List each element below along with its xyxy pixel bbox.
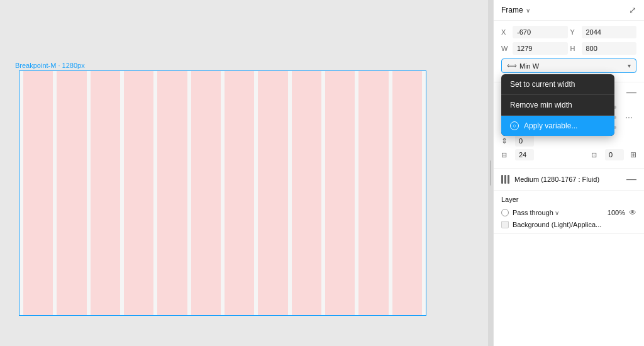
set-current-width-item[interactable]: Set to current width (501, 74, 614, 94)
grid-col-7 (225, 71, 254, 315)
gap-value[interactable]: 24 (515, 149, 534, 160)
min-w-container: ⟺ Min W ▾ Set to current width Remove mi… (501, 59, 636, 73)
grid-col-6 (191, 71, 221, 315)
grid-col-3 (91, 71, 120, 315)
grid-col-11 (358, 71, 388, 315)
layer-opacity[interactable]: 100% (605, 209, 625, 216)
visibility-icon[interactable]: 👁 (629, 208, 636, 217)
background-row: Background (Light)/Applica... (501, 221, 636, 228)
spacing-h-icon: ⇕ (501, 137, 511, 145)
grid-col-4 (124, 71, 153, 315)
grid-col-8 (258, 71, 287, 315)
grid-col-10 (325, 71, 355, 315)
right-panel: Frame ∨ ⤢ X -670 Y 2044 W 1279 H 800 ⟺ M… (493, 0, 644, 346)
padding-icon: ⊡ (591, 151, 601, 159)
frame-container (19, 70, 426, 316)
w-value[interactable]: 1279 (513, 42, 568, 55)
x-label: X (501, 28, 510, 36)
layer-section: Layer Pass through ∨ 100% 👁 Background (… (494, 191, 644, 234)
apply-variable-item[interactable]: ○ Apply variable... (501, 116, 614, 136)
canvas-area: Breakpoint-M · 1280px (0, 0, 488, 346)
panel-title: Frame (501, 6, 523, 14)
grid-col-9 (292, 71, 321, 315)
min-w-row: ⟺ Min W ▾ Set to current width Remove mi… (501, 59, 636, 73)
remove-min-width-item[interactable]: Remove min width (501, 95, 614, 115)
grid-columns (19, 71, 426, 315)
layer-title: Layer (501, 196, 519, 203)
layer-mode-icon (501, 209, 509, 216)
bg-color-swatch[interactable] (501, 221, 509, 228)
panel-header-left: Frame ∨ (501, 6, 530, 14)
w-label: W (501, 45, 510, 52)
grid-col-1 (23, 71, 53, 315)
spacing-value[interactable]: 0 (515, 135, 534, 147)
panel-divider (488, 0, 493, 346)
layer-mode-chevron-icon: ∨ (555, 209, 559, 216)
layer-header: Layer (501, 196, 636, 203)
h-value[interactable]: 800 (582, 42, 637, 55)
grid-minus-icon[interactable]: — (626, 174, 636, 185)
grid-label: Medium (1280-1767 : Fluid) (514, 176, 621, 183)
x-value[interactable]: -670 (513, 26, 568, 38)
bg-label: Background (Light)/Applica... (513, 221, 636, 228)
variable-icon: ○ (510, 121, 519, 130)
grid-row: Medium (1280-1767 : Fluid) — (501, 174, 636, 185)
grid-col-12 (392, 71, 422, 315)
padding-value[interactable]: 0 (605, 149, 624, 160)
spacing-row-2: ⊟ 24 ⊡ 0 ⊞ (501, 149, 636, 160)
panel-header: Frame ∨ ⤢ (494, 0, 644, 21)
grid-bars-icon (501, 175, 509, 184)
props-section: X -670 Y 2044 W 1279 H 800 ⟺ Min W ▾ (494, 21, 644, 82)
min-w-label: ⟺ Min W (507, 62, 539, 70)
layer-mode-row: Pass through ∨ 100% 👁 (501, 208, 636, 217)
grid-section: Medium (1280-1767 : Fluid) — (494, 169, 644, 191)
y-value[interactable]: 2044 (582, 26, 637, 38)
resize-icon: ⊞ (630, 150, 636, 159)
grid-col-2 (57, 71, 86, 315)
layer-mode-dropdown[interactable]: Pass through ∨ (513, 209, 601, 216)
min-w-dropdown-menu: Set to current width Remove min width ○ … (501, 74, 614, 136)
spacing-row-1: ⇕ 0 (501, 135, 636, 147)
auto-layout-minus-icon[interactable]: — (626, 87, 636, 98)
grid-col-5 (157, 71, 187, 315)
wh-row: W 1279 H 800 (501, 42, 636, 55)
min-w-dropdown[interactable]: ⟺ Min W ▾ (501, 59, 636, 73)
gap-icon: ⊟ (501, 151, 511, 159)
frame-label: Breakpoint-M · 1280px (15, 62, 85, 69)
arrows-icon: ⟺ (507, 62, 517, 70)
h-label: H (570, 45, 579, 52)
xy-row: X -670 Y 2044 (501, 26, 636, 38)
chevron-down-icon: ∨ (526, 7, 530, 14)
expand-icon[interactable]: ⤢ (629, 5, 636, 15)
y-label: Y (570, 28, 579, 36)
auto-layout-more-btn[interactable]: ··· (621, 109, 636, 125)
min-w-chevron-icon: ▾ (628, 62, 631, 69)
